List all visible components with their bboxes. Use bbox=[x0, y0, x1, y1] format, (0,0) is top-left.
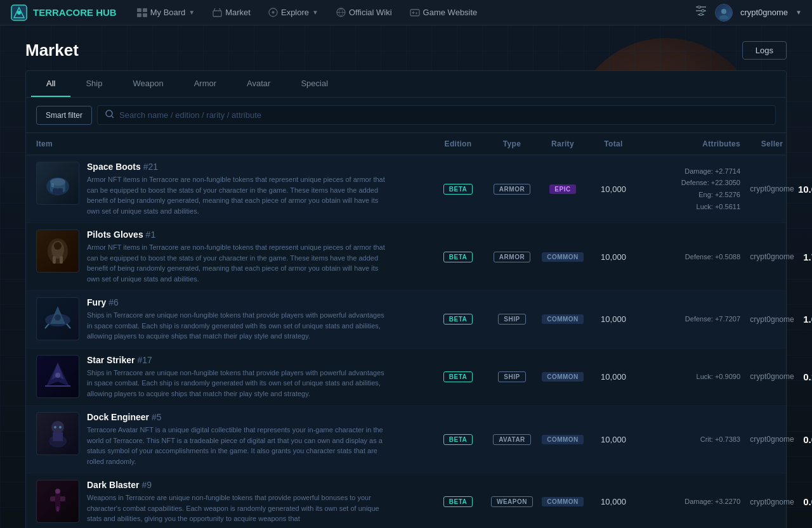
attributes-cell: Defense: +7.7207 bbox=[639, 313, 740, 325]
svg-point-19 bbox=[719, 15, 728, 19]
filter-bar: Smart filter bbox=[25, 98, 787, 133]
nav-official-wiki[interactable]: Official Wiki bbox=[329, 0, 400, 25]
svg-rect-4 bbox=[143, 8, 147, 12]
tab-avatar[interactable]: Avatar bbox=[232, 71, 285, 97]
total-cell: 10,000 bbox=[588, 372, 639, 382]
user-chevron-icon[interactable]: ▼ bbox=[796, 9, 802, 16]
nav-market[interactable]: Market bbox=[205, 0, 258, 25]
rarity-badge: COMMON bbox=[542, 372, 584, 382]
svg-point-46 bbox=[59, 426, 62, 428]
svg-line-36 bbox=[45, 324, 49, 328]
svg-point-45 bbox=[54, 426, 56, 428]
item-image bbox=[36, 355, 79, 398]
svg-rect-7 bbox=[213, 11, 221, 16]
svg-point-35 bbox=[55, 314, 61, 321]
rarity-badge: COMMON bbox=[542, 252, 584, 262]
rarity-cell: COMMON bbox=[537, 252, 588, 262]
type-cell: SHIP bbox=[487, 314, 537, 325]
price-value: 0.050 HIVE bbox=[803, 434, 812, 445]
table-row: Fury #6 Ships in Terracore are unique no… bbox=[26, 291, 786, 349]
avatar-image bbox=[716, 4, 732, 21]
tabs-container: All Ship Weapon Armor Avatar Special bbox=[25, 70, 787, 98]
nav-explore[interactable]: Explore ▼ bbox=[261, 0, 326, 25]
rarity-badge: COMMON bbox=[542, 435, 584, 444]
type-badge: ARMOR bbox=[494, 252, 530, 262]
edition-cell: BETA bbox=[429, 252, 487, 262]
table-body: Space Boots #21 Armor NFT items in Terra… bbox=[26, 155, 786, 528]
item-image bbox=[36, 229, 79, 273]
col-seller: Seller bbox=[740, 139, 804, 148]
nav-my-board[interactable]: My Board ▼ bbox=[129, 0, 203, 25]
type-badge: SHIP bbox=[498, 314, 525, 325]
avatar[interactable] bbox=[715, 4, 733, 22]
svg-point-9 bbox=[272, 11, 274, 14]
item-cell: Dock Engineer #5 Terracore Avatar NFT is… bbox=[36, 412, 429, 467]
item-description: Weapons in Terracore are unique non-fung… bbox=[87, 493, 385, 524]
wiki-icon bbox=[336, 8, 346, 17]
svg-point-42 bbox=[51, 421, 64, 434]
type-badge: SHIP bbox=[498, 371, 525, 382]
total-cell: 10,000 bbox=[588, 497, 639, 506]
price-cell: 1.000 HIVE Unlist bbox=[804, 311, 812, 328]
item-cell: Space Boots #21 Armor NFT items in Terra… bbox=[36, 162, 429, 216]
svg-point-16 bbox=[702, 10, 704, 12]
navbar: TERRACORE HUB My Board ▼ Market Explore … bbox=[0, 0, 812, 25]
logo[interactable]: TERRACORE HUB bbox=[10, 4, 117, 22]
type-cell: ARMOR bbox=[487, 184, 537, 195]
edition-badge: BETA bbox=[443, 371, 473, 382]
item-name: Dock Engineer #5 bbox=[87, 412, 429, 422]
edition-cell: BETA bbox=[429, 371, 487, 382]
tab-all[interactable]: All bbox=[31, 71, 70, 97]
col-total: Total bbox=[588, 139, 639, 148]
item-image bbox=[36, 297, 79, 340]
item-description: Armor NFT items in Terracore are non-fun… bbox=[87, 242, 385, 284]
svg-rect-11 bbox=[410, 10, 419, 16]
price-cell: 1.750 HIVE Unlist bbox=[804, 248, 812, 265]
svg-rect-3 bbox=[137, 8, 141, 12]
price-cell: 0.050 HIVE Unlist bbox=[804, 494, 812, 510]
price-value: 0.100 HIVE bbox=[803, 371, 812, 382]
rarity-cell: COMMON bbox=[537, 435, 588, 444]
logs-button[interactable]: Logs bbox=[742, 41, 787, 60]
table-row: Space Boots #21 Armor NFT items in Terra… bbox=[26, 155, 786, 223]
nav-game-website[interactable]: Game Website bbox=[402, 0, 485, 25]
svg-rect-44 bbox=[53, 432, 63, 441]
svg-point-20 bbox=[106, 110, 112, 117]
attributes-cell: Damage: +2.7714Defense: +22.3050Eng: +2.… bbox=[639, 165, 740, 213]
item-description: Armor NFT items in Terracore are non-fun… bbox=[87, 174, 385, 216]
price-cell: 10.000 HIVE Unlist bbox=[804, 181, 812, 197]
tab-weapon[interactable]: Weapon bbox=[117, 71, 178, 97]
item-cell: Star Striker #17 Ships in Terracore are … bbox=[36, 355, 429, 399]
rarity-cell: COMMON bbox=[537, 497, 588, 506]
smart-filter-button[interactable]: Smart filter bbox=[36, 106, 92, 125]
item-description: Terracore Avatar NFT is a unique digital… bbox=[87, 425, 385, 467]
item-name: Dark Blaster #9 bbox=[87, 480, 429, 490]
seller-cell: crypt0gnome bbox=[740, 435, 804, 444]
tab-ship[interactable]: Ship bbox=[70, 71, 117, 97]
type-badge: ARMOR bbox=[494, 184, 530, 195]
edition-badge: BETA bbox=[443, 496, 473, 507]
svg-rect-30 bbox=[53, 256, 56, 264]
type-cell: WEAPON bbox=[487, 496, 537, 507]
col-edition: Edition bbox=[429, 139, 487, 148]
total-cell: 10,000 bbox=[588, 252, 639, 262]
edition-badge: BETA bbox=[443, 314, 473, 325]
svg-point-2 bbox=[17, 11, 21, 15]
svg-line-21 bbox=[112, 116, 114, 118]
svg-rect-5 bbox=[137, 13, 141, 17]
table-row: Pilots Gloves #1 Armor NFT items in Terr… bbox=[26, 223, 786, 291]
svg-point-18 bbox=[721, 9, 726, 14]
edition-badge: BETA bbox=[443, 434, 473, 445]
item-number: #1 bbox=[146, 229, 156, 240]
item-description: Ships in Terracore are unique non-fungib… bbox=[87, 310, 385, 342]
tab-armor[interactable]: Armor bbox=[179, 71, 232, 97]
search-input[interactable] bbox=[119, 106, 768, 124]
filter-icon[interactable] bbox=[695, 6, 707, 19]
item-number: #21 bbox=[143, 162, 158, 172]
item-number: #9 bbox=[141, 480, 152, 490]
market-icon bbox=[213, 8, 222, 17]
item-cell: Fury #6 Ships in Terracore are unique no… bbox=[36, 297, 429, 342]
tab-special[interactable]: Special bbox=[285, 71, 343, 97]
attributes-cell: Luck: +0.9090 bbox=[639, 371, 740, 383]
seller-cell: crypt0gnome bbox=[740, 252, 804, 261]
